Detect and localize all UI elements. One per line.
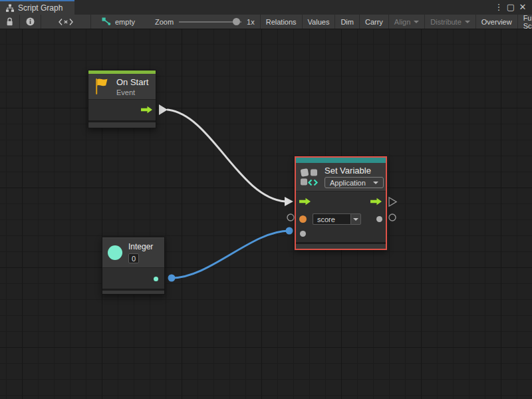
port-hint-circle-left[interactable] [287,214,294,221]
integer-value-field[interactable]: 0 [128,253,139,263]
flow-port-row [296,192,386,211]
tab-title: Script Graph [18,3,63,13]
carry-label: Carry [365,18,383,26]
chevron-down-icon [414,21,419,23]
integer-footer [102,289,164,294]
graph-toolbar: empty Zoom 1x Relations Values Dim Carry… [0,15,532,29]
variable-name-dropdown-button[interactable] [350,213,361,225]
chevron-down-icon [353,218,358,221]
align-label: Align [394,18,410,26]
trigger-input-port[interactable] [299,198,311,205]
chevron-down-icon [465,21,470,23]
set-variable-header: Set Variable Application [296,163,386,191]
align-button[interactable]: Align [389,15,425,29]
overview-button[interactable]: Overview [476,15,518,29]
integer-body [102,267,164,289]
node-set-variable[interactable]: Set Variable Application score [295,156,387,250]
flag-icon [94,77,110,96]
graph-edge-icon [102,17,111,26]
chevron-down-icon [373,182,378,184]
distribute-button[interactable]: Distribute [425,15,475,29]
integer-header: Integer 0 [102,237,164,267]
integer-title: Integer [128,242,153,251]
trigger-output-port[interactable] [370,198,382,205]
values-button[interactable]: Values [303,15,336,29]
info-icon [26,17,35,26]
info-button[interactable] [20,15,41,29]
lock-icon [6,17,13,26]
scope-value: Application [330,179,366,187]
title-bar: Script Graph ⋮ ▢ ✕ [0,0,532,15]
code-view-button[interactable] [41,15,91,29]
name-port-row: score [296,211,386,227]
distribute-label: Distribute [430,18,461,26]
port-hint-triangle-right[interactable] [389,198,396,206]
window-menu-icon[interactable]: ⋮ [493,1,505,14]
graph-name-label: empty [115,18,135,26]
on-start-header: On Start Event [88,74,156,99]
on-start-body [88,99,156,120]
full-screen-button[interactable]: Full Screen [518,15,532,29]
on-start-subtitle: Event [116,88,148,96]
set-variable-footer [296,242,386,249]
overview-label: Overview [481,18,512,26]
integer-icon [108,245,122,260]
dim-label: Dim [340,18,354,26]
node-on-start[interactable]: On Start Event [88,70,156,128]
value-port-row [296,227,386,241]
value-output-port[interactable] [376,216,382,222]
variables-icon [300,167,320,187]
set-variable-title: Set Variable [325,166,384,176]
tab-script-graph[interactable]: Script Graph [0,0,74,15]
values-label: Values [308,18,330,26]
graph-canvas[interactable]: On Start Event Integer 0 [0,29,532,399]
value-input-port[interactable] [300,231,306,237]
current-graph-chip[interactable]: empty [91,15,140,29]
zoom-label: Zoom [155,18,174,26]
lock-button[interactable] [0,15,20,29]
maximize-icon[interactable]: ▢ [505,1,517,14]
node-integer[interactable]: Integer 0 [102,237,165,295]
graph-hierarchy-icon [6,4,14,12]
wire-onstart-to-setvariable[interactable] [159,104,293,206]
integer-output-port[interactable] [154,277,158,281]
relations-label: Relations [266,18,297,26]
zoom-slider[interactable] [179,21,241,23]
variable-name-port[interactable] [299,215,307,223]
on-start-footer [88,120,156,128]
toolbar-button-group: Relations Values Dim Carry Align Distrib… [260,15,532,29]
window-controls: ⋮ ▢ ✕ [493,0,532,15]
trigger-output-port[interactable] [141,106,153,114]
variable-accent-stripe [296,158,386,163]
variable-name-field[interactable]: score [313,213,350,225]
zoom-control: Zoom 1x [150,15,260,29]
wire-integer-to-setvariable[interactable] [168,227,293,282]
zoom-value-label: 1x [247,18,255,26]
carry-button[interactable]: Carry [360,15,389,29]
on-start-title: On Start [116,77,148,87]
angle-brackets-x-icon [59,18,73,26]
zoom-slider-handle[interactable] [233,18,240,25]
variable-scope-dropdown[interactable]: Application [325,177,384,188]
dim-button[interactable]: Dim [335,15,360,29]
port-hint-circle-right[interactable] [389,214,396,221]
connection-layer [0,29,532,399]
close-icon[interactable]: ✕ [517,1,529,14]
relations-button[interactable]: Relations [260,15,303,29]
full-screen-label: Full Screen [523,14,532,30]
set-variable-body: score [296,191,386,242]
